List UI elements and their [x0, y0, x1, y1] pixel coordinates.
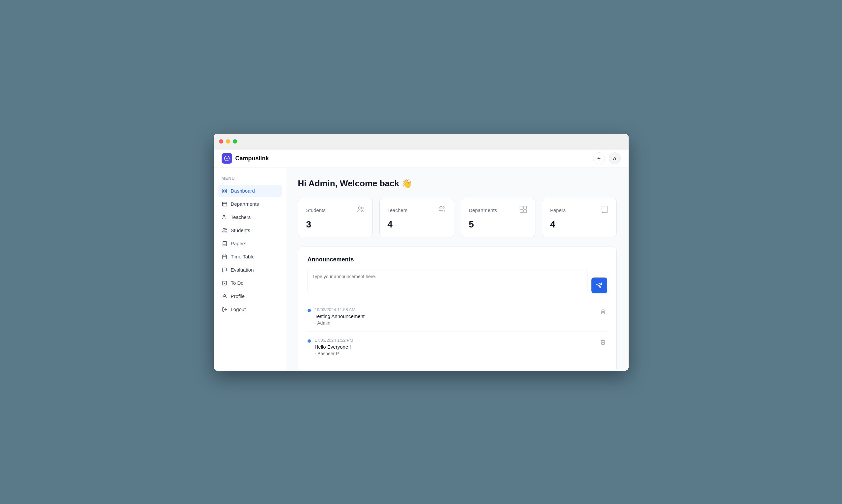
svg-point-10 — [225, 229, 227, 230]
stat-card-teachers-header: Teachers — [388, 205, 446, 215]
announcement-left: 19/03/2024 11:58 AM Testing Announcement… — [308, 307, 365, 326]
announcement-dot — [308, 309, 311, 312]
sidebar-item-students-label: Students — [231, 228, 250, 233]
stat-departments-value: 5 — [469, 219, 527, 230]
svg-point-16 — [223, 294, 225, 296]
sidebar-item-logout[interactable]: Logout — [218, 303, 282, 316]
brand: Campuslink — [221, 153, 269, 164]
sidebar-item-logout-label: Logout — [231, 306, 246, 312]
announcement-left: 17/03/2024 1:52 PM Hello Everyone ! - Ba… — [308, 338, 353, 356]
stat-card-teachers: Teachers 4 — [379, 198, 454, 237]
sidebar-item-todo[interactable]: To Do — [218, 277, 282, 289]
stat-card-students: Students 3 — [298, 198, 373, 237]
announcement-item: 19/03/2024 11:58 AM Testing Announcement… — [308, 301, 607, 331]
traffic-lights — [219, 139, 237, 144]
students-stat-icon — [357, 205, 364, 215]
svg-point-18 — [358, 207, 361, 209]
stat-papers-value: 4 — [550, 219, 609, 230]
sidebar-item-departments[interactable]: Departments — [218, 198, 282, 210]
sidebar-item-timetable[interactable]: Time Table — [218, 251, 282, 263]
titlebar — [214, 134, 629, 149]
minimize-button[interactable] — [226, 139, 230, 144]
delete-announcement-button[interactable] — [599, 338, 607, 346]
stat-students-value: 3 — [306, 219, 364, 230]
sidebar-item-dashboard[interactable]: Dashboard — [218, 185, 282, 197]
main-content: Hi Admin, Welcome back 👋 Students — [286, 168, 629, 371]
departments-icon — [221, 201, 228, 207]
sidebar-item-profile[interactable]: Profile — [218, 290, 282, 303]
sidebar-item-students[interactable]: Students — [218, 224, 282, 237]
papers-icon — [221, 241, 228, 247]
svg-rect-24 — [523, 210, 526, 213]
stat-card-students-header: Students — [306, 205, 364, 215]
svg-point-9 — [223, 229, 225, 230]
announcement-author: - Admin — [315, 320, 365, 326]
stats-grid: Students 3 — [298, 198, 617, 237]
page-title: Hi Admin, Welcome back 👋 — [298, 178, 617, 188]
stat-departments-label: Departments — [469, 208, 497, 213]
svg-rect-11 — [222, 255, 227, 259]
todo-icon — [221, 280, 228, 286]
stat-card-papers: Papers 4 — [542, 198, 617, 237]
announcement-time: 17/03/2024 1:52 PM — [315, 338, 353, 343]
brand-name: Campuslink — [235, 155, 269, 162]
stat-teachers-value: 4 — [388, 219, 446, 230]
svg-rect-2 — [225, 189, 227, 191]
sidebar-item-todo-label: To Do — [231, 280, 244, 286]
announcements-title: Announcements — [308, 256, 607, 263]
close-button[interactable] — [219, 139, 223, 144]
svg-rect-21 — [520, 206, 523, 209]
svg-rect-23 — [520, 210, 523, 213]
announcement-time: 19/03/2024 11:58 AM — [315, 307, 365, 312]
announcement-text: Hello Everyone ! — [315, 344, 353, 349]
announcement-author: - Basheer P — [315, 351, 353, 356]
teachers-icon — [221, 214, 228, 220]
navbar: Campuslink ✦ A — [214, 149, 629, 168]
announcement-content: 19/03/2024 11:58 AM Testing Announcement… — [315, 307, 365, 326]
delete-announcement-button[interactable] — [599, 307, 607, 316]
sidebar-item-departments-label: Departments — [231, 201, 259, 207]
announcement-list: 19/03/2024 11:58 AM Testing Announcement… — [308, 301, 607, 362]
app-window: Campuslink ✦ A Menu — [214, 134, 629, 371]
svg-rect-1 — [222, 189, 224, 191]
user-avatar-button[interactable]: A — [609, 152, 621, 164]
sidebar-item-evaluation-label: Evaluation — [231, 267, 254, 273]
dashboard-icon — [221, 188, 228, 194]
svg-rect-22 — [523, 206, 526, 209]
navbar-actions: ✦ A — [593, 152, 621, 164]
sidebar-item-teachers-label: Teachers — [231, 214, 251, 220]
departments-stat-icon — [519, 205, 527, 215]
announcement-item: 17/03/2024 1:52 PM Hello Everyone ! - Ba… — [308, 331, 607, 362]
stat-card-departments: Departments 5 — [461, 198, 535, 237]
sidebar-item-evaluation[interactable]: Evaluation — [218, 264, 282, 276]
sidebar-item-papers[interactable]: Papers — [218, 237, 282, 250]
stat-card-departments-header: Departments — [469, 205, 527, 215]
svg-point-19 — [361, 207, 363, 209]
sidebar-item-papers-label: Papers — [231, 241, 247, 246]
brand-icon — [221, 153, 232, 164]
trash-icon — [600, 308, 606, 314]
sidebar-item-teachers[interactable]: Teachers — [218, 211, 282, 223]
logout-icon — [221, 306, 228, 312]
main-app: Campuslink ✦ A Menu — [214, 149, 629, 371]
announcement-input[interactable] — [308, 270, 588, 293]
announcements-card: Announcements — [298, 247, 617, 371]
papers-stat-icon — [601, 205, 609, 215]
maximize-button[interactable] — [233, 139, 237, 144]
stat-papers-label: Papers — [550, 208, 566, 213]
send-announcement-button[interactable] — [591, 277, 607, 293]
svg-rect-5 — [222, 202, 227, 206]
students-icon — [221, 228, 228, 233]
svg-point-8 — [223, 215, 225, 217]
stat-card-papers-header: Papers — [550, 205, 609, 215]
content-area: Menu Dashboard — [214, 168, 629, 371]
menu-label: Menu — [218, 176, 282, 181]
svg-rect-4 — [225, 191, 227, 193]
theme-toggle-button[interactable]: ✦ — [593, 152, 605, 164]
teachers-stat-icon — [438, 205, 446, 215]
sidebar-item-timetable-label: Time Table — [231, 254, 255, 259]
announcement-content: 17/03/2024 1:52 PM Hello Everyone ! - Ba… — [315, 338, 353, 356]
svg-rect-3 — [222, 191, 224, 193]
announcement-dot — [308, 339, 311, 343]
svg-point-20 — [440, 206, 442, 209]
